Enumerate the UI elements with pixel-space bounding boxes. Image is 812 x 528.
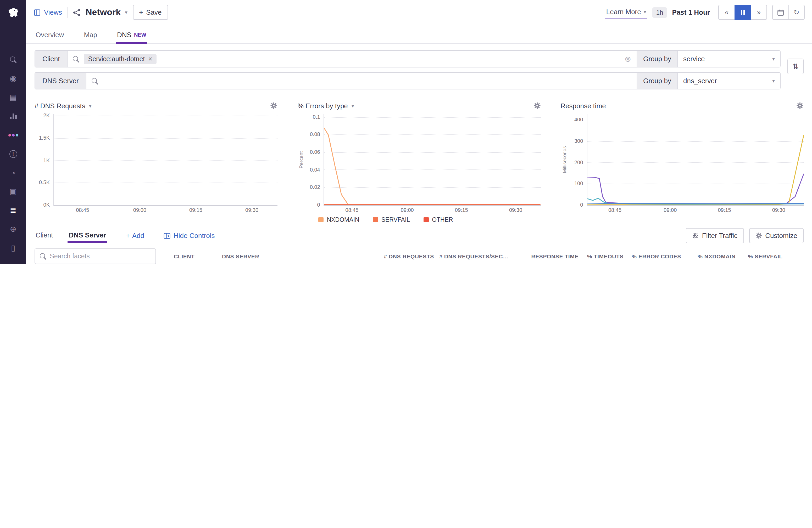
search-icon bbox=[92, 78, 98, 84]
content-row: ▾NETWORK▾Network Transport✓tcp✓udp▸Netwo… bbox=[26, 246, 812, 264]
customize-button[interactable]: Customize bbox=[749, 228, 803, 243]
response-time-plot-area[interactable]: Milliseconds010020030040008:4509:0009:15… bbox=[561, 114, 803, 214]
pause-button[interactable] bbox=[735, 5, 751, 20]
legend-item-servfail[interactable]: SERVFAIL bbox=[373, 216, 410, 223]
errors-by-type-plot-area[interactable]: Percent00.020.040.060.080.108:4509:0009:… bbox=[298, 114, 541, 214]
controls-row: ClientDNS Server + Add Hide Controls Fil… bbox=[26, 223, 812, 246]
hide-controls-button[interactable]: Hide Controls bbox=[163, 232, 215, 240]
app-root: ◉▤!◔▣≣⊕▯≔◆◎ ✉?♟✓ Views Network ▾ + Save … bbox=[0, 0, 812, 264]
chevron-down-icon: ▾ bbox=[772, 56, 775, 62]
gear-icon[interactable] bbox=[533, 102, 540, 109]
client-filter-label: Client bbox=[34, 50, 67, 67]
dns-server-group-by-value: dns_server bbox=[683, 77, 717, 85]
column-header[interactable]: RESPONSE TIME bbox=[517, 248, 584, 264]
metrics-icon[interactable] bbox=[0, 107, 26, 125]
add-label: Add bbox=[132, 232, 144, 240]
column-header[interactable]: % TIMEOUTS bbox=[584, 248, 629, 264]
client-search-input[interactable]: Service:auth-dotnet × ⊗ bbox=[67, 50, 637, 67]
group-tab-client[interactable]: Client bbox=[34, 229, 54, 242]
chart-title: Response time bbox=[561, 102, 606, 109]
facet-search[interactable] bbox=[34, 248, 156, 264]
calendar-icon bbox=[777, 9, 784, 16]
logs-icon[interactable]: ≔ bbox=[0, 257, 26, 264]
search-icon[interactable] bbox=[0, 50, 26, 69]
sidebar-nav: ◉▤!◔▣≣⊕▯≔◆◎ bbox=[0, 50, 26, 264]
tab-dns[interactable]: DNSNEW bbox=[116, 26, 147, 43]
group-tab-dns-server[interactable]: DNS Server bbox=[68, 229, 107, 242]
page-title: Network bbox=[86, 7, 121, 17]
learn-more-dropdown[interactable]: Learn More ▾ bbox=[605, 6, 647, 19]
network-page-icon bbox=[73, 8, 82, 16]
datadog-logo[interactable] bbox=[4, 3, 23, 22]
left-nav-rail: ◉▤!◔▣≣⊕▯≔◆◎ ✉?♟✓ bbox=[0, 0, 26, 264]
facet-search-input[interactable] bbox=[50, 253, 151, 260]
chevron-down-icon: ▾ bbox=[644, 9, 646, 15]
filter-traffic-label: Filter Traffic bbox=[702, 232, 737, 240]
client-group-by-value: service bbox=[683, 55, 705, 63]
gear-icon[interactable] bbox=[796, 102, 803, 109]
divider bbox=[67, 6, 68, 18]
dns-requests-plot-area[interactable]: 0K0.5K1K1.5K2K08:4509:0009:1509:30 bbox=[34, 114, 278, 214]
gear-icon[interactable] bbox=[271, 102, 278, 109]
remove-tag-icon[interactable]: × bbox=[148, 55, 153, 62]
chevron-down-icon[interactable]: ▾ bbox=[125, 10, 128, 15]
time-range-chip[interactable]: 1h bbox=[653, 7, 667, 17]
group-by-label: Group by bbox=[637, 72, 678, 89]
tab-overview[interactable]: Overview bbox=[34, 26, 65, 43]
tab-map[interactable]: Map bbox=[83, 26, 98, 43]
legend-item-nxdomain[interactable]: NXDOMAIN bbox=[319, 216, 359, 223]
views-button[interactable]: Views bbox=[33, 9, 62, 16]
calendar-button[interactable] bbox=[772, 5, 788, 20]
time-range-label[interactable]: Past 1 Hour bbox=[672, 9, 710, 16]
clear-filter-icon[interactable]: ⊗ bbox=[625, 54, 631, 63]
legend-item-other[interactable]: OTHER bbox=[423, 216, 453, 223]
page-title-wrap[interactable]: Network ▾ bbox=[73, 7, 128, 17]
bits-ai-icon[interactable] bbox=[0, 125, 26, 145]
client-group-by-select[interactable]: service ▾ bbox=[678, 50, 781, 67]
column-header[interactable]: % NXDOMAIN bbox=[686, 248, 741, 264]
column-header[interactable]: DNS SERVER bbox=[222, 248, 383, 264]
y-axis-title: Milliseconds bbox=[561, 114, 568, 206]
chart-title: % Errors by type bbox=[298, 102, 348, 109]
column-header-actions bbox=[788, 252, 803, 261]
column-header[interactable]: CLIENT bbox=[174, 248, 222, 264]
notebooks-icon[interactable]: ▯ bbox=[0, 239, 26, 257]
swap-filters-button[interactable]: ⇅ bbox=[787, 59, 803, 74]
errors-by-type-plot[interactable] bbox=[324, 114, 541, 206]
rewind-button[interactable]: « bbox=[718, 5, 735, 20]
monitors-icon[interactable]: ! bbox=[0, 145, 26, 163]
refresh-button[interactable]: ↻ bbox=[788, 5, 805, 20]
plus-icon: + bbox=[139, 9, 143, 16]
response-time-plot[interactable] bbox=[586, 114, 803, 206]
main-area: Views Network ▾ + Save Learn More ▾ 1h P… bbox=[26, 0, 812, 264]
dns-requests-plot[interactable] bbox=[54, 114, 278, 206]
synthetics-icon[interactable]: ◔ bbox=[0, 163, 26, 182]
facet-panel: ▾NETWORK▾Network Transport✓tcp✓udp▸Netwo… bbox=[34, 248, 156, 264]
gear-icon bbox=[755, 232, 762, 239]
infrastructure-icon[interactable]: ▣ bbox=[0, 182, 26, 201]
y-axis-title: Percent bbox=[298, 114, 305, 206]
watchdog-icon[interactable]: ◉ bbox=[0, 69, 26, 88]
add-group-button[interactable]: + Add bbox=[126, 232, 144, 240]
filter-tag[interactable]: Service:auth-dotnet × bbox=[84, 54, 157, 64]
dns-server-search-input[interactable] bbox=[86, 72, 637, 89]
fast-forward-button[interactable]: » bbox=[751, 5, 767, 20]
dns-server-group-by-select[interactable]: dns_server ▾ bbox=[678, 72, 781, 89]
events-icon[interactable]: ▤ bbox=[0, 88, 26, 107]
integrations-icon[interactable]: ⊕ bbox=[0, 220, 26, 239]
column-header[interactable]: % ERROR CODES bbox=[629, 248, 686, 264]
response-time-chart: Response time Milliseconds01002003004000… bbox=[561, 97, 803, 223]
network-icon[interactable]: ≣ bbox=[0, 201, 26, 220]
errors-by-type-chart: % Errors by type ▾ Percent00.020.040.060… bbox=[298, 97, 541, 223]
chart-title: # DNS Requests bbox=[34, 102, 85, 109]
dns-requests-chart: # DNS Requests ▾ 0K0.5K1K1.5K2K08:4509:0… bbox=[34, 97, 278, 223]
tab-label: Map bbox=[84, 31, 97, 39]
column-header[interactable]: # DNS REQUESTS bbox=[383, 248, 439, 264]
filter-traffic-button[interactable]: Filter Traffic bbox=[686, 228, 744, 243]
save-button[interactable]: + Save bbox=[133, 5, 168, 20]
column-header[interactable]: # DNS REQUESTS/SECOND bbox=[439, 248, 517, 264]
chevron-down-icon[interactable]: ▾ bbox=[89, 103, 92, 108]
new-badge: NEW bbox=[134, 32, 146, 37]
column-header[interactable]: % SERVFAIL bbox=[741, 248, 788, 264]
chevron-down-icon[interactable]: ▾ bbox=[351, 103, 354, 108]
